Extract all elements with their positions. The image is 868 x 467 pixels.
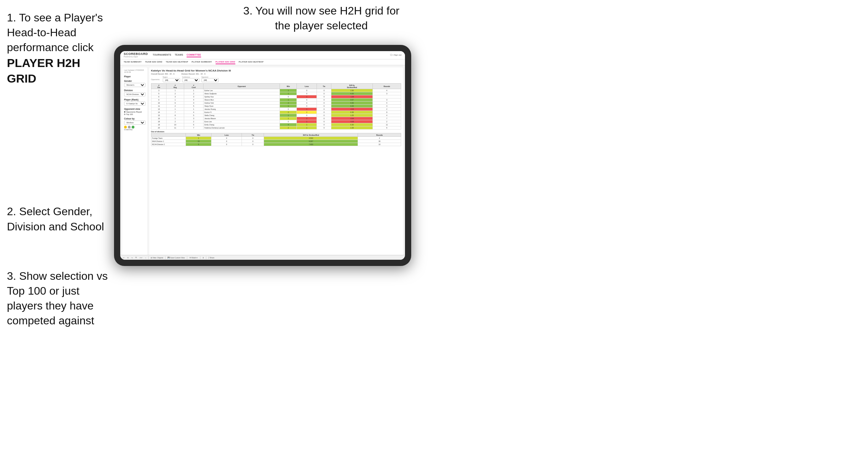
gender-section: Gender Women's xyxy=(124,80,145,87)
grid-title: Katelyn Vo Head-to-Head Grid for Women's… xyxy=(151,69,401,72)
colour-select[interactable]: Win/loss xyxy=(124,121,145,125)
toolbar-watch[interactable]: 👁 Watch ▾ xyxy=(189,256,199,258)
filter-region-select[interactable]: (All) xyxy=(163,78,180,82)
table-row: 1822 Euna Lee 010 -5.002 xyxy=(151,120,401,123)
table-row: 1311 Jessica Huang 010 -3.002 xyxy=(151,108,401,111)
filter-conference-select[interactable]: (All) xyxy=(182,78,199,82)
col-loss-ood: Loss xyxy=(211,133,242,137)
brand: SCOREBOARD Powered by clippd xyxy=(124,53,148,58)
main-content: Last Updated: 27/03/2024 16:55:38 Player… xyxy=(120,65,405,259)
brand-sub: Powered by clippd xyxy=(124,56,148,58)
filter-opponent-select[interactable]: (All) xyxy=(201,78,219,82)
toolbar-view-original[interactable]: ⊞ View: Original xyxy=(150,256,164,258)
app: SCOREBOARD Powered by clippd TOURNAMENTS… xyxy=(120,51,405,260)
out-of-division-label: Out of division xyxy=(151,131,401,133)
step2-text: 2. Select Gender, Division and School xyxy=(7,205,104,232)
left-panel: Last Updated: 27/03/2024 16:55:38 Player… xyxy=(122,67,147,257)
nav-committee[interactable]: COMMITTEE xyxy=(187,53,201,57)
subnav-team-h2h-heatmap[interactable]: TEAM H2H HEATMAP xyxy=(166,60,188,64)
col-diff-ood: Diff Av Strokes/Rnd xyxy=(264,133,358,137)
division-section: Division NCAA Division III xyxy=(124,89,145,96)
col-conf: #Conf xyxy=(184,84,204,89)
table-row: 1063 Andrea York 200 4.004 xyxy=(151,102,401,105)
radio-top100-label: Top 100 xyxy=(126,113,133,115)
instructions-left: 1. To see a Player's Head-to-Head perfor… xyxy=(0,0,117,345)
toolbar-download[interactable]: ⬇ xyxy=(202,256,205,258)
instruction-step3-right: 3. You will now see H2H grid for the pla… xyxy=(235,3,408,33)
step1-bold: PLAYER H2H GRID xyxy=(7,57,80,85)
nav-teams[interactable]: TEAMS xyxy=(175,53,183,57)
table-row: 19106 Emily Chang 410 0.3011 xyxy=(151,123,401,126)
col-div: #Div xyxy=(151,84,167,89)
gender-select[interactable]: Women's xyxy=(124,83,145,87)
toolbar-share[interactable]: ⤴ Share xyxy=(208,256,215,258)
instruction-step2: 2. Select Gender, Division and School xyxy=(7,204,111,234)
radio-top100[interactable]: Top 100 xyxy=(124,113,145,115)
colour-dots xyxy=(124,126,145,128)
opponent-view-label: Opponent view xyxy=(124,108,145,110)
instruction-step3-left: 3. Show selection vs Top 100 or just pla… xyxy=(7,269,111,328)
step1-text: 1. To see a Player's Head-to-Head perfor… xyxy=(7,11,103,54)
opponents-label: Opponents: xyxy=(151,78,160,80)
table-row: 633 Sydney Kuo 010 -1.00 xyxy=(151,95,401,98)
table-row: 522 Alexis Sudjianto 100 4.003 xyxy=(151,92,401,95)
sign-out-link[interactable]: ⓘ | Sign out xyxy=(390,54,402,57)
last-updated: Last Updated: 27/03/2024 16:55:38 xyxy=(124,69,145,73)
colour-by-label: Colour by xyxy=(124,117,145,120)
table-row: 914 Sharon Mun 100 3.673 xyxy=(151,98,401,102)
radio-top100-circle xyxy=(124,114,125,115)
col-loss: Loss xyxy=(297,84,317,89)
filter-region: Region (All) xyxy=(163,76,180,82)
player-rank-section: Player (Rank) 8. Katelyn Vo xyxy=(124,98,145,106)
colour-label-level: Level xyxy=(127,129,130,131)
tablet: SCOREBOARD Powered by clippd TOURNAMENTS… xyxy=(114,45,411,266)
radio-opponents-played[interactable]: Opponents Played xyxy=(124,111,145,113)
opponent-view-section: Opponent view Opponents Played Top 100 xyxy=(124,108,145,115)
right-panel: Katelyn Vo Head-to-Head Grid for Women's… xyxy=(149,67,403,257)
col-diff: Diff AvStrokes/Rnd xyxy=(331,84,373,89)
nav-tournaments[interactable]: TOURNAMENTS xyxy=(153,53,171,57)
colour-section: Colour by Win/loss Down Level Up xyxy=(124,117,145,131)
toolbar-save-custom-view[interactable]: 💾 Save Custom View xyxy=(167,256,186,258)
gender-label: Gender xyxy=(124,80,145,82)
radio-opponents-played-label: Opponents Played xyxy=(126,111,142,113)
bottom-toolbar: ↩ ⟲ ↪ ⧉ ↩↩ ○ ⊞ View: Original 💾 Save Cus… xyxy=(149,255,403,257)
overall-record: Overall Record: 353 - 34 - 6 xyxy=(151,73,174,75)
player-section: Player xyxy=(124,75,145,78)
table-row: 1474 Eunice Yi 220 0.389 xyxy=(151,111,401,114)
col-tie-ood: Tie xyxy=(242,133,264,137)
instruction-step1: 1. To see a Player's Head-to-Head perfor… xyxy=(7,10,111,87)
player-rank-select[interactable]: 8. Katelyn Vo xyxy=(124,102,145,106)
division-label: Division xyxy=(124,89,145,92)
toolbar-divider4 xyxy=(200,256,200,258)
colour-labels: Down Level Up xyxy=(124,129,145,131)
out-of-division-table: Win Loss Tie Diff Av Strokes/Rnd Rounds … xyxy=(151,133,401,146)
subnav-team-summary[interactable]: TEAM SUMMARY xyxy=(124,60,142,64)
col-rounds-ood: Rounds xyxy=(358,133,401,137)
colour-dot-down xyxy=(124,126,127,128)
toolbar-divider5 xyxy=(206,256,206,258)
subnav-team-h2h-grid[interactable]: TEAM H2H GRID xyxy=(145,60,162,64)
col-tie: Tie xyxy=(317,84,331,89)
col-name xyxy=(151,133,186,137)
subnav-player-summary[interactable]: PLAYER SUMMARY xyxy=(192,60,212,64)
colour-dot-level xyxy=(128,126,131,128)
top-nav-items: TOURNAMENTS TEAMS COMMITTEE xyxy=(153,53,385,57)
tablet-screen: SCOREBOARD Powered by clippd TOURNAMENTS… xyxy=(120,51,405,260)
col-win-ood: Win xyxy=(186,133,211,137)
ood-row-naia: NAIA Division 1 15 0 0 9.267 30 xyxy=(151,140,401,143)
col-win: Win xyxy=(280,84,297,89)
subnav-player-h2h-heatmap[interactable]: PLAYER H2H HEATMAP xyxy=(239,60,264,64)
step3-left-text: 3. Show selection vs Top 100 or just pla… xyxy=(7,270,108,327)
radio-opponents-played-circle xyxy=(124,111,125,113)
division-record: Division Record: 331 - 34 - 6 xyxy=(181,73,206,75)
player-rank-label: Player (Rank) xyxy=(124,98,145,101)
toolbar-divider2 xyxy=(165,256,166,258)
ood-row-foreign: Foreign Team 1 0 0 4.500 2 xyxy=(151,137,401,140)
player-label: Player xyxy=(124,75,145,78)
colour-label-up: Up xyxy=(130,129,133,131)
division-select[interactable]: NCAA Division III xyxy=(124,92,145,96)
table-row: 20117 Federica Domecq Lacroze 210 1.336 xyxy=(151,126,401,130)
col-rounds: Rounds xyxy=(372,84,401,89)
subnav-player-h2h-grid[interactable]: PLAYER H2H GRID xyxy=(216,60,235,64)
